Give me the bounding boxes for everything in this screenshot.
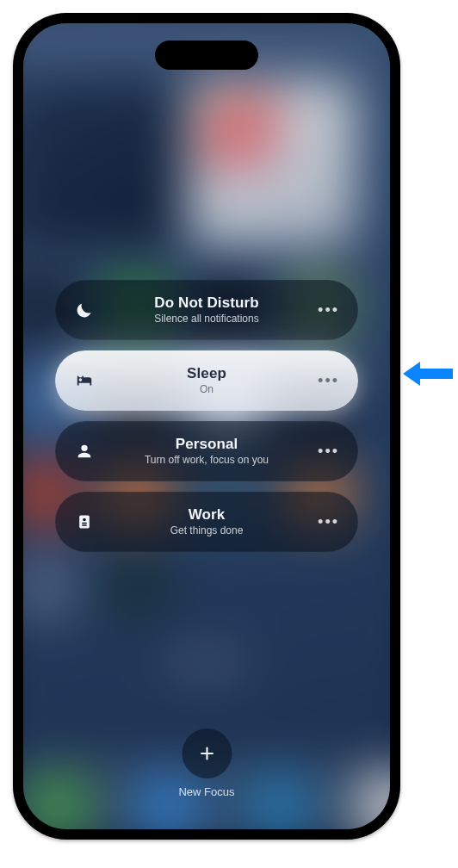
focus-mode-text: Work Get things done <box>108 506 305 536</box>
focus-mode-title: Do Not Disturb <box>108 294 305 312</box>
svg-rect-0 <box>79 516 90 529</box>
focus-mode-subtitle: Turn off work, focus on you <box>108 455 305 467</box>
focus-mode-subtitle: Get things done <box>108 525 305 537</box>
focus-mode-title: Sleep <box>108 365 305 382</box>
bed-icon <box>74 370 95 391</box>
person-icon <box>74 441 95 462</box>
svg-point-1 <box>83 518 86 522</box>
screen: Do Not Disturb Silence all notifications… <box>23 23 390 829</box>
focus-mode-text: Personal Turn off work, focus on you <box>108 436 305 466</box>
focus-mode-title: Personal <box>108 436 305 453</box>
callout-arrow <box>403 360 453 388</box>
badge-icon <box>74 512 95 532</box>
new-focus-button[interactable] <box>182 728 232 778</box>
svg-rect-2 <box>82 523 87 524</box>
new-focus-label: New Focus <box>178 785 234 798</box>
focus-mode-title: Work <box>108 506 305 524</box>
focus-mode-personal[interactable]: Personal Turn off work, focus on you ••• <box>55 421 358 481</box>
focus-mode-text: Do Not Disturb Silence all notifications <box>108 294 305 325</box>
focus-mode-do-not-disturb[interactable]: Do Not Disturb Silence all notifications… <box>55 280 358 340</box>
focus-mode-sleep[interactable]: Sleep On ••• <box>55 350 358 411</box>
focus-picker: Do Not Disturb Silence all notifications… <box>23 23 390 829</box>
focus-mode-subtitle: On <box>108 384 305 396</box>
plus-icon <box>197 744 216 763</box>
more-icon[interactable]: ••• <box>319 443 339 461</box>
dynamic-island <box>155 40 258 70</box>
svg-rect-3 <box>82 524 87 525</box>
focus-mode-list: Do Not Disturb Silence all notifications… <box>55 280 358 552</box>
new-focus: New Focus <box>178 728 234 798</box>
more-icon[interactable]: ••• <box>319 513 339 531</box>
focus-mode-subtitle: Silence all notifications <box>108 313 305 326</box>
more-icon[interactable]: ••• <box>319 301 339 319</box>
focus-mode-work[interactable]: Work Get things done ••• <box>55 492 358 552</box>
focus-mode-text: Sleep On <box>108 365 305 395</box>
more-icon[interactable]: ••• <box>319 372 339 390</box>
device-frame: Do Not Disturb Silence all notifications… <box>13 13 400 840</box>
moon-icon <box>74 300 95 320</box>
